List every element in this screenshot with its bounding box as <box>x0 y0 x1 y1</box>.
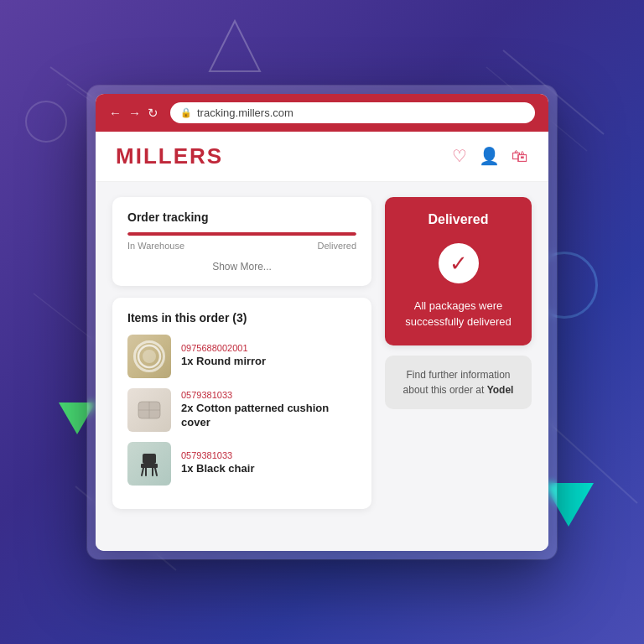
delivered-card: Delivered ✓ All packages were successful… <box>385 197 532 345</box>
svg-line-15 <box>142 468 143 475</box>
lock-icon: 🔒 <box>180 107 192 118</box>
wishlist-icon[interactable]: ♡ <box>452 146 467 166</box>
url-text: tracking.millers.com <box>197 106 293 119</box>
progress-bar-fill <box>127 232 356 236</box>
item-name-mirror: 1x Round mirror <box>181 355 266 369</box>
tracking-title: Order tracking <box>127 210 356 224</box>
back-button[interactable]: ← <box>109 106 122 119</box>
item-row: 0579381033 2x Cotton patterned cushion c… <box>127 388 356 432</box>
item-image-chair <box>127 442 171 486</box>
yodel-text: Find further information about this orde… <box>395 367 522 397</box>
check-circle: ✓ <box>436 241 481 286</box>
svg-point-9 <box>143 350 156 363</box>
browser-window: ← → ↻ 🔒 tracking.millers.com MILLERS ♡ 👤… <box>96 94 548 551</box>
progress-label-start: In Warehouse <box>127 241 184 251</box>
item-row: 0579381033 1x Black chair <box>127 442 356 486</box>
checkmark-icon: ✓ <box>449 252 468 274</box>
item-info-mirror: 0975688002001 1x Round mirror <box>181 343 266 369</box>
right-panel: Delivered ✓ All packages were successful… <box>385 197 532 534</box>
delivery-status-label: Delivered <box>397 212 520 227</box>
svg-rect-13 <box>143 454 156 464</box>
show-more-button[interactable]: Show More... <box>127 257 356 273</box>
site-header: MILLERS ♡ 👤 🛍 <box>96 132 548 182</box>
left-panel: Order tracking In Warehouse Delivered Sh… <box>112 197 371 534</box>
address-bar[interactable]: 🔒 tracking.millers.com <box>170 102 535 123</box>
bag-icon[interactable]: 🛍 <box>512 147 528 166</box>
item-name-cushion: 2x Cotton patterned cushion cover <box>181 402 356 430</box>
browser-chrome: ← → ↻ 🔒 tracking.millers.com <box>96 94 548 132</box>
progress-labels: In Warehouse Delivered <box>127 241 356 251</box>
header-icons: ♡ 👤 🛍 <box>452 146 528 166</box>
item-row: 0975688002001 1x Round mirror <box>127 335 356 378</box>
nav-buttons: ← → ↻ <box>109 106 158 119</box>
forward-button[interactable]: → <box>128 106 141 119</box>
item-name-chair: 1x Black chair <box>181 462 254 476</box>
svg-line-5 <box>545 419 637 503</box>
svg-line-16 <box>155 468 157 475</box>
item-info-cushion: 0579381033 2x Cotton patterned cushion c… <box>181 390 356 430</box>
item-image-cushion <box>127 388 171 432</box>
items-card: Items in this order (3) 0975688002001 1x… <box>112 298 371 509</box>
items-title: Items in this order (3) <box>127 311 356 325</box>
account-icon[interactable]: 👤 <box>479 146 500 166</box>
tracking-card: Order tracking In Warehouse Delivered Sh… <box>112 197 371 286</box>
yodel-brand-name: Yodel <box>487 384 514 396</box>
browser-container: ← → ↻ 🔒 tracking.millers.com MILLERS ♡ 👤… <box>87 86 557 559</box>
item-sku-cushion: 0579381033 <box>181 390 356 400</box>
site-content: Order tracking In Warehouse Delivered Sh… <box>96 182 548 551</box>
item-info-chair: 0579381033 1x Black chair <box>181 450 254 476</box>
site-logo[interactable]: MILLERS <box>116 143 223 169</box>
yodel-card[interactable]: Find further information about this orde… <box>385 356 532 409</box>
svg-point-8 <box>138 345 160 367</box>
progress-label-end: Delivered <box>318 241 356 251</box>
circle-decoration-left <box>25 101 67 143</box>
item-sku-mirror: 0975688002001 <box>181 343 266 353</box>
reload-button[interactable]: ↻ <box>148 106 158 119</box>
delivery-message: All packages were successfully delivered <box>397 298 520 330</box>
svg-marker-7 <box>210 21 260 71</box>
item-sku-chair: 0579381033 <box>181 450 254 460</box>
progress-bar-container <box>127 232 356 236</box>
item-image-mirror <box>127 335 171 378</box>
